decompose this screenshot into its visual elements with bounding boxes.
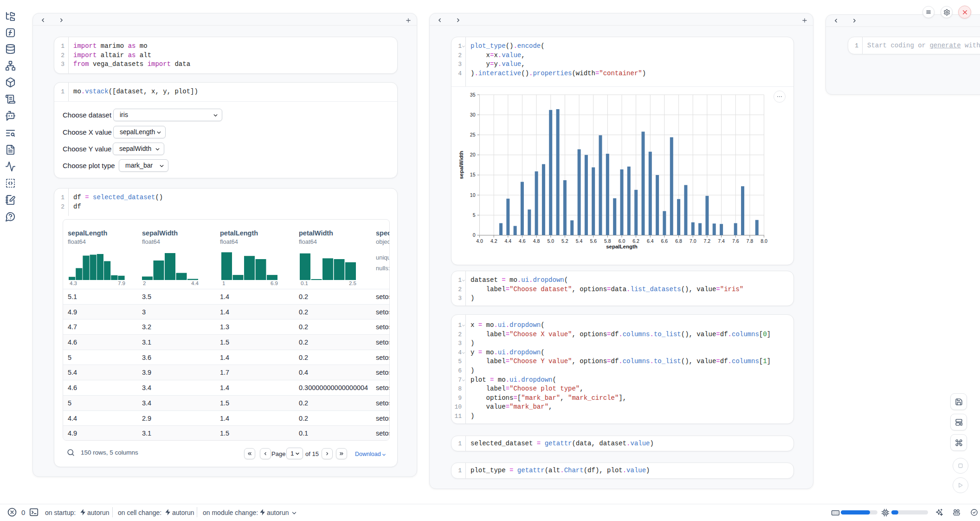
svg-text:4.2: 4.2: [490, 238, 497, 244]
svg-text:4.8: 4.8: [533, 238, 540, 244]
svg-text:10: 10: [470, 192, 476, 198]
svg-text:7.6: 7.6: [732, 238, 739, 244]
svg-text:5: 5: [473, 212, 476, 218]
svg-text:35: 35: [470, 92, 476, 98]
svg-text:8.0: 8.0: [761, 238, 767, 244]
svg-text:sepalLength: sepalLength: [606, 244, 638, 249]
svg-text:5.8: 5.8: [604, 238, 611, 244]
svg-text:20: 20: [470, 152, 476, 157]
svg-text:30: 30: [470, 112, 476, 117]
svg-text:6.8: 6.8: [675, 238, 682, 244]
svg-text:4.0: 4.0: [476, 238, 483, 244]
svg-text:0: 0: [473, 232, 476, 238]
svg-text:5.0: 5.0: [547, 238, 554, 244]
svg-text:25: 25: [470, 132, 476, 137]
svg-text:7.4: 7.4: [718, 238, 725, 244]
svg-text:7.8: 7.8: [747, 238, 754, 244]
svg-text:5.2: 5.2: [561, 238, 568, 244]
svg-text:4.4: 4.4: [504, 238, 511, 244]
svg-text:15: 15: [470, 172, 476, 177]
svg-text:sepalWidth: sepalWidth: [458, 151, 464, 179]
svg-text:6.2: 6.2: [632, 238, 639, 244]
svg-text:7.2: 7.2: [704, 238, 711, 244]
svg-text:6.4: 6.4: [647, 238, 654, 244]
svg-text:6.0: 6.0: [619, 238, 625, 244]
svg-text:4.6: 4.6: [519, 238, 526, 244]
svg-text:5.4: 5.4: [576, 238, 583, 244]
svg-text:7.0: 7.0: [690, 238, 696, 244]
svg-text:5.6: 5.6: [590, 238, 597, 244]
svg-text:6.6: 6.6: [661, 238, 668, 244]
